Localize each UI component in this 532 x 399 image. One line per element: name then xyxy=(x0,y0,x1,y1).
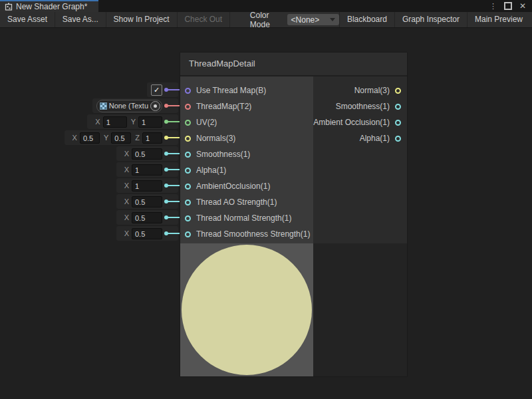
input-default-row: X1Y1 xyxy=(0,114,184,130)
node-output-row: Normal(3) xyxy=(313,82,407,98)
x-value-field[interactable]: 0.5 xyxy=(80,132,100,144)
input-port-label: Thread Smoothness Strength(1) xyxy=(196,229,310,239)
input-port[interactable] xyxy=(185,215,191,221)
window-controls: ⋮ ✕ xyxy=(489,0,532,12)
input-port-label: UV(2) xyxy=(196,118,217,127)
port-dot xyxy=(164,120,168,124)
color-mode-label: Color Mode xyxy=(250,11,287,29)
graph-inspector-toggle-button[interactable]: Graph Inspector xyxy=(395,12,467,27)
port-dot xyxy=(164,184,168,188)
node-preview xyxy=(180,243,407,376)
axis-label: X xyxy=(124,150,129,158)
input-default-row: X1 xyxy=(0,178,184,194)
input-port[interactable] xyxy=(185,104,191,110)
axis-label: Y xyxy=(104,134,108,142)
node-output-row: Alpha(1) xyxy=(313,130,407,146)
input-default-row: X0.5 xyxy=(0,225,184,241)
node-title[interactable]: ThreadMapDetail xyxy=(180,53,407,76)
input-port[interactable] xyxy=(185,168,191,174)
axis-label: X xyxy=(95,118,100,126)
node-input-row: Alpha(1) xyxy=(180,162,313,178)
input-port-label: Thread Normal Strength(1) xyxy=(196,213,291,223)
shader-graph-toolbar: Save Asset Save As... Show In Project Ch… xyxy=(0,12,532,28)
texture-object-field[interactable]: None (Textu xyxy=(96,100,162,112)
axis-label: X xyxy=(124,166,129,174)
input-port[interactable] xyxy=(185,152,191,158)
input-default-row: X0.5 xyxy=(0,194,184,209)
axis-label: X xyxy=(124,213,129,221)
node-body: Use Thread Map(B)ThreadMap(T2)UV(2)Norma… xyxy=(180,76,407,243)
checkbox[interactable]: ✓ xyxy=(151,84,162,96)
input-port[interactable] xyxy=(185,88,191,94)
check-out-button: Check Out xyxy=(177,12,229,27)
port-dot xyxy=(164,88,168,92)
x-value-field[interactable]: 1 xyxy=(132,180,162,192)
x-value-field[interactable]: 1 xyxy=(132,164,162,176)
input-port-label: Use Thread Map(B) xyxy=(196,86,266,95)
node-input-row: Use Thread Map(B) xyxy=(180,82,313,98)
node-output-column: Normal(3)Smoothness(1)Ambient Occlusion(… xyxy=(313,76,407,243)
close-icon[interactable]: ✕ xyxy=(519,2,526,10)
node-input-column: Use Thread Map(B)ThreadMap(T2)UV(2)Norma… xyxy=(180,76,313,243)
input-port[interactable] xyxy=(185,184,191,190)
axis-label: X xyxy=(124,198,129,205)
output-port[interactable] xyxy=(395,120,401,126)
output-port[interactable] xyxy=(395,88,401,94)
save-as-button[interactable]: Save As... xyxy=(55,12,106,27)
graph-canvas[interactable]: ✓None (TextuX1Y1X0.5Y0.5Z1X0.5X1X1X0.5X0… xyxy=(0,28,532,399)
x-value-field[interactable]: 0.5 xyxy=(132,196,162,207)
main-preview-toggle-button[interactable]: Main Preview xyxy=(467,12,530,27)
save-asset-button[interactable]: Save Asset xyxy=(0,12,55,27)
axis-label: X xyxy=(124,229,129,237)
x-value-field[interactable]: 1 xyxy=(103,116,127,128)
port-dot xyxy=(164,215,168,219)
preview-viewport xyxy=(180,243,313,376)
input-port[interactable] xyxy=(185,120,191,126)
z-value-field[interactable]: 1 xyxy=(142,132,162,144)
object-field-value: None (Textu xyxy=(109,102,148,110)
node-threadmapdetail[interactable]: ThreadMapDetail Use Thread Map(B)ThreadM… xyxy=(180,52,408,377)
port-dot xyxy=(164,104,168,108)
chevron-down-icon xyxy=(330,18,335,21)
x-value-field[interactable]: 0.5 xyxy=(132,228,162,239)
unity-shader-graph-window: New Shader Graph* ⋮ ✕ Save Asset Save As… xyxy=(0,0,532,399)
toolbar-right-group: Blackboard Graph Inspector Main Preview xyxy=(339,12,532,27)
port-dot xyxy=(164,168,168,172)
node-input-row: Thread Normal Strength(1) xyxy=(180,210,313,226)
input-default-row: X0.5Y0.5Z1 xyxy=(0,130,184,146)
input-port[interactable] xyxy=(185,231,191,237)
axis-label: Z xyxy=(135,134,140,142)
x-value-field[interactable]: 0.5 xyxy=(132,212,162,223)
tab-new-shader-graph[interactable]: New Shader Graph* xyxy=(0,0,98,12)
output-port[interactable] xyxy=(395,104,401,110)
x-value-field[interactable]: 0.5 xyxy=(132,148,162,160)
input-port[interactable] xyxy=(185,200,191,205)
maximize-icon[interactable] xyxy=(504,2,512,10)
node-input-row: Thread Smoothness Strength(1) xyxy=(180,226,313,242)
port-dot xyxy=(164,200,168,203)
blackboard-toggle-button[interactable]: Blackboard xyxy=(340,12,394,27)
input-default-row: X0.5 xyxy=(0,209,184,225)
input-port-label: Normals(3) xyxy=(196,134,235,143)
input-default-row: ✓ xyxy=(0,82,184,98)
port-dot xyxy=(164,152,168,156)
axis-label: X xyxy=(124,182,129,190)
toolbar-divider xyxy=(229,12,230,27)
preview-empty-area xyxy=(313,243,407,376)
object-picker-icon[interactable] xyxy=(150,101,160,111)
output-port[interactable] xyxy=(395,136,401,142)
input-port-label: Alpha(1) xyxy=(196,166,226,175)
y-value-field[interactable]: 0.5 xyxy=(111,132,131,144)
node-output-row: Smoothness(1) xyxy=(313,98,407,114)
port-dot xyxy=(164,136,168,140)
output-port-label: Normal(3) xyxy=(354,86,390,95)
show-in-project-button[interactable]: Show In Project xyxy=(106,12,177,27)
input-default-row: X1 xyxy=(0,162,184,178)
input-default-widgets: ✓None (TextuX1Y1X0.5Y0.5Z1X0.5X1X1X0.5X0… xyxy=(0,76,184,241)
color-mode-dropdown[interactable]: <None> xyxy=(287,14,339,25)
preview-sphere xyxy=(182,245,312,375)
input-port[interactable] xyxy=(185,136,191,142)
kebab-menu-icon[interactable]: ⋮ xyxy=(489,3,497,10)
node-input-row: ThreadMap(T2) xyxy=(180,98,313,114)
y-value-field[interactable]: 1 xyxy=(138,116,162,128)
